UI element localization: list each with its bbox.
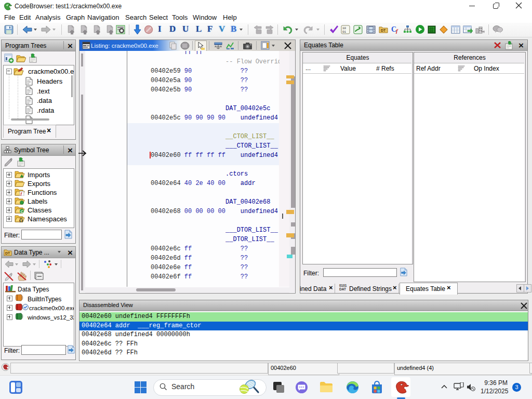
svg-text:DT: DT: [5, 251, 10, 255]
svg-text:01: 01: [342, 30, 347, 34]
svg-text:f: f: [396, 28, 398, 34]
svg-text:DT: DT: [381, 29, 386, 32]
svg-text:C: C: [21, 209, 24, 214]
svg-text:10: 10: [342, 26, 347, 30]
svg-text:{}: {}: [19, 218, 23, 222]
